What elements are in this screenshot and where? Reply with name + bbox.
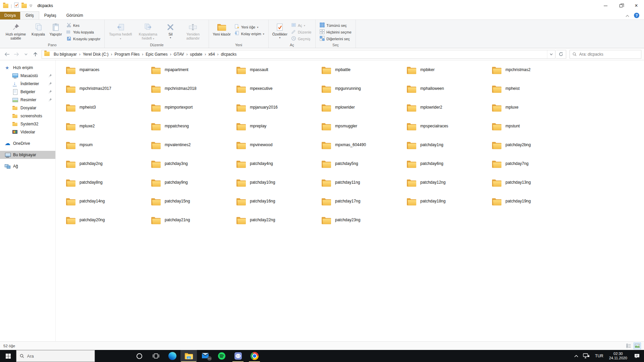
search-box[interactable]: [570, 50, 641, 59]
folder-item[interactable]: mpbiker: [402, 66, 488, 85]
address-dropdown-icon[interactable]: [547, 50, 555, 58]
folder-item[interactable]: patchday11ng: [317, 179, 402, 198]
folder-item[interactable]: patchday8ng: [62, 179, 147, 198]
forward-button[interactable]: [12, 50, 21, 59]
network-icon[interactable]: [581, 350, 592, 362]
ribbon-collapse-icon[interactable]: [626, 12, 629, 18]
folder-item[interactable]: mpassault: [232, 66, 317, 85]
file-explorer-button[interactable]: [180, 350, 197, 362]
delete-button[interactable]: Sil ▾: [162, 21, 179, 40]
folder-item[interactable]: patchday16ng: [232, 198, 317, 217]
select-all-button[interactable]: Tümünü seç: [318, 22, 354, 29]
folder-item[interactable]: mppatchesng: [147, 123, 232, 141]
details-view-button[interactable]: [625, 343, 632, 349]
invert-selection-button[interactable]: Diğerlerini seç: [318, 36, 354, 42]
folder-item[interactable]: mpspecialraces: [402, 123, 488, 141]
sidebar-item-quick-access[interactable]: Hızlı erişim: [0, 64, 55, 72]
folder-item[interactable]: mpheist: [488, 85, 573, 104]
action-center-icon[interactable]: [630, 350, 644, 362]
sidebar-item-network[interactable]: Ağ: [0, 162, 55, 170]
folder-item[interactable]: patchday1ng: [402, 141, 488, 160]
folder-item[interactable]: mpapartment: [147, 66, 232, 85]
folder-item[interactable]: patchday10ng: [232, 179, 317, 198]
move-to-button[interactable]: Taşıma hedefi ▾: [107, 21, 134, 42]
properties-button[interactable]: Özellikler ▾: [271, 21, 289, 40]
folder-item[interactable]: mpexecutive: [232, 85, 317, 104]
help-icon[interactable]: ?: [634, 13, 639, 18]
folder-item[interactable]: mpgunrunning: [317, 85, 402, 104]
folder-item[interactable]: patchday2ng: [62, 160, 147, 179]
copy-path-button[interactable]: Yolu kopyala: [64, 29, 102, 36]
folder-item[interactable]: mpchristmas2017: [62, 85, 147, 104]
folder-item[interactable]: mpluxe: [488, 104, 573, 123]
folder-item[interactable]: patchday17ng: [317, 198, 402, 217]
breadcrumb-item[interactable]: Bu bilgisayar: [52, 51, 79, 58]
up-button[interactable]: [31, 50, 40, 59]
sidebar-item-this-pc[interactable]: Bu bilgisayar: [0, 151, 55, 159]
folder-item[interactable]: patchday13ng: [488, 179, 573, 198]
folder-item[interactable]: mpreplay: [232, 123, 317, 141]
folder-item[interactable]: mpxmas_604490: [317, 141, 402, 160]
paste-button[interactable]: Yapıştır: [47, 21, 64, 37]
tab-share[interactable]: Paylaş: [39, 12, 61, 19]
clock[interactable]: 02:30 24.11.2020: [606, 352, 630, 360]
folder-item[interactable]: patchday3ng: [147, 160, 232, 179]
recent-locations-icon[interactable]: [21, 50, 30, 59]
task-view-button[interactable]: [148, 350, 164, 362]
address-box[interactable]: Bu bilgisayar›Yerel Disk (C:)›Program Fi…: [42, 50, 555, 59]
paste-shortcut-button[interactable]: Kısayolu yapıştır: [64, 36, 102, 42]
pin-to-quick-access-button[interactable]: Hızlı erişime sabitle: [2, 21, 30, 41]
folder-item[interactable]: patchday22ng: [232, 217, 317, 235]
folder-item[interactable]: mplowrider: [317, 104, 402, 123]
tab-file[interactable]: Dosya: [0, 12, 20, 19]
folder-item[interactable]: mpchristmas2: [488, 66, 573, 85]
restore-button[interactable]: [613, 0, 629, 11]
tray-expand-icon[interactable]: [572, 350, 581, 362]
history-button[interactable]: Geçmiş: [289, 36, 313, 42]
edge-button[interactable]: [164, 350, 180, 362]
open-button[interactable]: Aç ▾: [289, 22, 313, 29]
tab-view[interactable]: Görünüm: [61, 12, 88, 19]
folder-item[interactable]: mpjanuary2016: [232, 104, 317, 123]
sidebar-item-onedrive[interactable]: OneDrive: [0, 139, 55, 147]
breadcrumb-item[interactable]: Yerel Disk (C:): [81, 51, 111, 58]
close-button[interactable]: ×: [629, 0, 644, 11]
new-item-button[interactable]: Yeni öğe ▾: [232, 24, 266, 31]
folder-item[interactable]: patchday18ng: [402, 198, 488, 217]
folder-item[interactable]: mplowrider2: [402, 104, 488, 123]
sidebar-item-dosyalar[interactable]: Dosyalar: [0, 104, 55, 112]
minimize-button[interactable]: [598, 0, 613, 11]
folder-item[interactable]: mpbattle: [317, 66, 402, 85]
mail-button[interactable]: 11: [197, 350, 213, 362]
folder-item[interactable]: patchday4ng: [232, 160, 317, 179]
folder-item[interactable]: patchday12ng: [402, 179, 488, 198]
sidebar-item-pictures[interactable]: Resimler: [0, 96, 55, 104]
discord-button[interactable]: [230, 350, 246, 362]
folder-item[interactable]: patchday7ng: [488, 160, 573, 179]
tab-home[interactable]: Giriş: [20, 11, 39, 19]
folder-item[interactable]: mpchristmas2018: [147, 85, 232, 104]
copy-button[interactable]: Kopyala: [30, 21, 47, 37]
qat-properties-button[interactable]: [14, 2, 19, 9]
breadcrumb-item[interactable]: x64: [206, 51, 217, 58]
select-none-button[interactable]: Hiçbirini seçme: [318, 29, 354, 36]
search-input[interactable]: [579, 52, 638, 57]
qat-new-folder-button[interactable]: [21, 4, 27, 8]
qat-customize-button[interactable]: [29, 3, 33, 9]
start-button[interactable]: [0, 350, 16, 362]
folder-item[interactable]: mpimportexport: [147, 104, 232, 123]
chrome-button[interactable]: [246, 350, 263, 362]
sidebar-item-desktop[interactable]: Masaüstü: [0, 72, 55, 80]
new-folder-button[interactable]: Yeni klasör: [211, 21, 232, 37]
breadcrumb-item[interactable]: dlcpacks: [219, 51, 239, 58]
folder-item[interactable]: patchday5ng: [317, 160, 402, 179]
folder-item[interactable]: mpsum: [62, 141, 147, 160]
folder-item[interactable]: mpvalentines2: [147, 141, 232, 160]
thumbnail-view-button[interactable]: [634, 343, 641, 349]
edit-button[interactable]: Düzenle: [289, 29, 313, 36]
folder-item[interactable]: mpairraces: [62, 66, 147, 85]
spotify-button[interactable]: [213, 350, 230, 362]
folder-item[interactable]: mpluxe2: [62, 123, 147, 141]
folder-item[interactable]: patchday23ng: [317, 217, 402, 235]
folder-item[interactable]: patchday6ng: [402, 160, 488, 179]
